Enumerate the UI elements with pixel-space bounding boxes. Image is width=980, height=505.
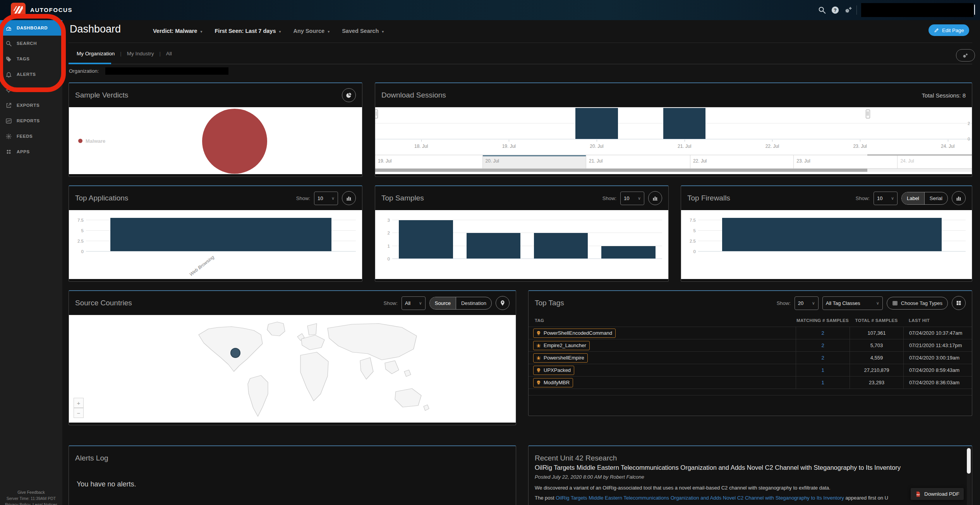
bar-slot — [698, 216, 966, 252]
bar[interactable] — [601, 246, 655, 259]
privacy-policy-link[interactable]: Privacy Policy — [5, 502, 30, 505]
sidebar-item-indicators[interactable]: INDICATORS — [0, 82, 62, 98]
gears-icon[interactable] — [844, 6, 853, 14]
sidebar-item-feeds[interactable]: FEEDS — [0, 128, 62, 144]
article-link[interactable]: OilRig Targets Middle Eastern Telecommun… — [556, 495, 844, 501]
article-footer-line: The post OilRig Targets Middle Eastern T… — [535, 495, 888, 501]
apps-icon — [5, 149, 12, 155]
grid-view-button[interactable] — [952, 296, 966, 310]
sidebar-item-search[interactable]: SEARCH — [0, 36, 62, 51]
show-select[interactable]: 10∨ — [314, 192, 338, 205]
legend-dot — [78, 139, 82, 143]
matching-samples-link[interactable]: 1 — [796, 377, 850, 389]
map-pin-button[interactable] — [496, 296, 510, 310]
bar-21-Jul[interactable] — [663, 108, 705, 139]
widget-top-applications: Top Applications Show: 10∨ 7.552.50Web B… — [69, 185, 362, 282]
tag-pill-UPXPacked[interactable]: UPXPacked — [533, 366, 574, 375]
navigator-cell[interactable]: 23. Jul — [793, 155, 898, 168]
matching-samples-link[interactable]: 1 — [796, 364, 850, 376]
bar[interactable] — [534, 233, 588, 259]
filter-source[interactable]: Any Source ▾ — [293, 28, 330, 34]
navigator-cell[interactable]: 19. Jul — [375, 155, 482, 168]
matching-samples-link[interactable]: 2 — [796, 339, 850, 351]
tag-cell: PowershellEmpire — [529, 352, 796, 364]
filter-first-seen[interactable]: First Seen: Last 7 days ▾ — [215, 28, 281, 34]
navigator-cell[interactable]: 20. Jul — [482, 155, 586, 168]
x-axis-tick — [772, 140, 772, 142]
y-axis-tick-label: 7.5 — [70, 218, 84, 223]
tag-pill-PowershellEmpire[interactable]: PowershellEmpire — [533, 353, 588, 363]
bar[interactable] — [722, 218, 942, 252]
sidebar-item-reports[interactable]: REPORTS — [0, 113, 62, 128]
navigator-cell[interactable]: 21. Jul — [586, 155, 690, 168]
legend-item-malware[interactable]: Malware — [78, 138, 105, 144]
pie-chart-type-button[interactable] — [342, 88, 356, 102]
pie-slice-malware[interactable] — [202, 109, 267, 174]
dashboard-settings-button[interactable] — [956, 49, 975, 62]
navigator-handle-left[interactable] — [375, 110, 378, 118]
scrollbar-thumb[interactable] — [967, 448, 971, 474]
bar-20-Jul[interactable] — [575, 108, 618, 139]
bell-icon — [5, 71, 12, 78]
bar-chart-type-button[interactable] — [952, 191, 966, 205]
tag-pill-Empire2_Launcher[interactable]: Empire2_Launcher — [533, 341, 590, 350]
navigator-handle-right[interactable] — [866, 110, 870, 118]
x-axis-line — [86, 251, 356, 252]
show-label: Show: — [296, 195, 310, 201]
tag-label: ModifyMBR — [544, 380, 570, 385]
matching-samples-link[interactable]: 2 — [796, 327, 850, 339]
show-select[interactable]: All∨ — [402, 296, 426, 310]
map-zoom-in-button[interactable]: + — [74, 398, 84, 408]
show-select[interactable]: 10∨ — [620, 192, 644, 205]
toggle-serial[interactable]: Serial — [924, 192, 947, 204]
sidebar-item-tags[interactable]: TAGS — [0, 51, 62, 67]
download-pdf-button[interactable]: PDF Download PDF — [911, 488, 964, 500]
bar[interactable] — [399, 220, 453, 259]
bar[interactable] — [467, 233, 520, 259]
help-icon[interactable]: ? — [831, 6, 839, 14]
search-icon[interactable] — [818, 6, 826, 14]
sidebar-item-dashboard[interactable]: DASHBOARD — [0, 20, 62, 36]
choose-tag-types-button[interactable]: Choose Tag Types — [887, 297, 948, 310]
give-feedback-link[interactable]: Give Feedback — [17, 490, 45, 495]
crosshair-icon — [5, 87, 12, 93]
tag-classes-select[interactable]: All Tag Classes∨ — [822, 296, 883, 310]
bar[interactable] — [110, 218, 332, 252]
text-caret — [974, 5, 975, 15]
x-axis-tick — [860, 140, 860, 142]
toggle-destination[interactable]: Destination — [456, 297, 491, 309]
navigator-scrollbar[interactable] — [375, 169, 972, 172]
filter-verdict[interactable]: Verdict: Malware ▾ — [153, 28, 203, 34]
show-select[interactable]: 10∨ — [874, 192, 898, 205]
edit-page-button[interactable]: Edit Page — [929, 24, 969, 36]
article-title[interactable]: OilRig Targets Middle Eastern Telecommun… — [535, 464, 956, 471]
sidebar-item-label: ALERTS — [17, 72, 36, 77]
bar-chart-type-button[interactable] — [342, 191, 356, 205]
widget-top-tags: Top Tags Show: 20∨ All Tag Classes∨ Choo… — [528, 290, 972, 416]
bar-slot — [595, 216, 662, 259]
tab-all[interactable]: All — [166, 51, 172, 56]
navigator-scrollbar-thumb[interactable] — [375, 169, 867, 172]
tab-my-industry[interactable]: My Industry — [127, 51, 154, 56]
skull-icon — [536, 368, 541, 373]
map-marker[interactable] — [231, 348, 240, 358]
show-select[interactable]: 20∨ — [795, 296, 819, 310]
navigator-cell[interactable]: 24. Jul — [897, 155, 972, 168]
tag-pill-ModifyMBR[interactable]: ModifyMBR — [533, 378, 573, 387]
no-alerts-message: You have no alerts. — [77, 480, 136, 488]
sidebar-item-alerts[interactable]: ALERTS — [0, 67, 62, 82]
map-zoom-out-button[interactable]: − — [74, 408, 84, 418]
tag-label: PowerShellEncodedCommand — [544, 330, 612, 336]
navigator-cell[interactable]: 22. Jul — [690, 155, 794, 168]
matching-samples-link[interactable]: 2 — [796, 352, 850, 364]
tab-my-organization[interactable]: My Organization — [77, 51, 115, 56]
bar-chart-type-button[interactable] — [648, 191, 662, 205]
tag-pill-PowerShellEncodedCommand[interactable]: PowerShellEncodedCommand — [533, 329, 616, 338]
filter-saved-search[interactable]: Saved Search ▾ — [342, 28, 384, 34]
label-serial-toggle: Label Serial — [901, 192, 948, 205]
sidebar-item-apps[interactable]: APPS — [0, 144, 62, 159]
legal-notices-link[interactable]: Legal Notices — [33, 502, 57, 505]
sidebar-item-exports[interactable]: EXPORTS — [0, 98, 62, 113]
toggle-source[interactable]: Source — [430, 297, 456, 309]
toggle-label[interactable]: Label — [902, 192, 924, 204]
